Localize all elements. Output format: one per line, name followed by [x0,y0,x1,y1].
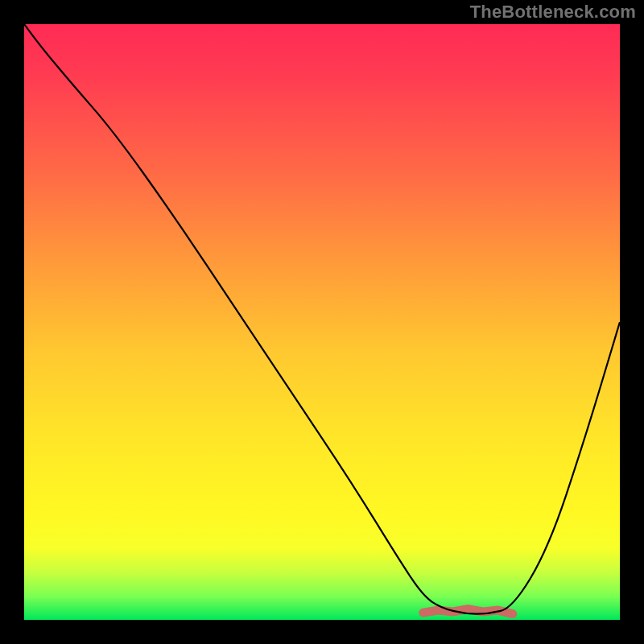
chart-svg [24,24,620,620]
chart-frame: TheBottleneck.com [0,0,644,644]
watermark-text: TheBottleneck.com [470,2,636,23]
plot-area [24,24,620,620]
curve-line [24,24,620,614]
